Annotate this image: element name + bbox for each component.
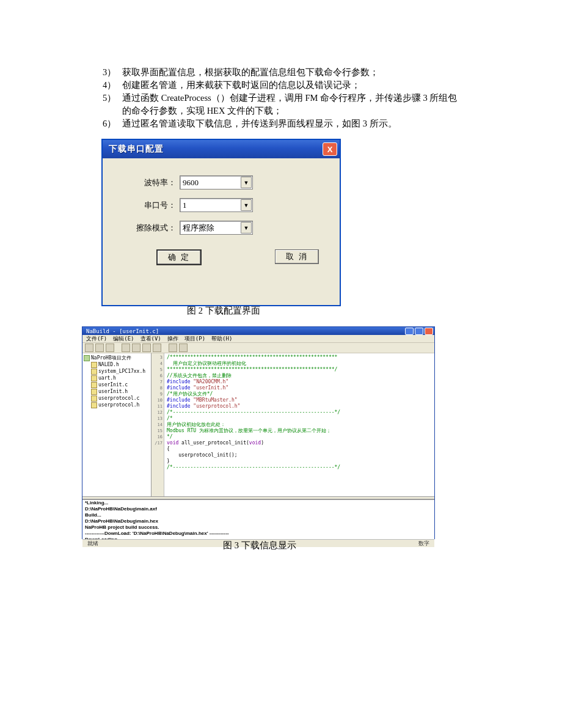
file-icon	[91, 395, 97, 402]
figure-2-caption: 图 2 下载配置界面	[187, 305, 260, 317]
tool-icon[interactable]	[179, 344, 188, 352]
tool-icon[interactable]	[142, 344, 151, 352]
step-text: 通过函数 CreateProcess（）创建子进程，调用 FM 命令行程序，并传…	[122, 92, 463, 117]
tree-file[interactable]: system_LPC17xx.h	[98, 369, 145, 374]
port-label: 串口号：	[123, 200, 180, 211]
tree-file[interactable]: userInit.h	[98, 389, 128, 394]
status-left: 就绪	[87, 540, 98, 548]
tool-icon[interactable]	[85, 344, 93, 352]
tool-icon[interactable]	[153, 344, 161, 352]
menu-file[interactable]: 文件(F)	[86, 335, 107, 343]
step-num: 6）	[103, 117, 122, 130]
file-icon	[91, 369, 97, 375]
chevron-down-icon: ▼	[241, 177, 252, 188]
line-gutter: 3 4 5 6 7 8 9 10 11 12 13 14 15 16 /17	[151, 353, 164, 496]
close-icon[interactable]	[425, 328, 433, 335]
file-icon	[91, 402, 97, 408]
menu-help[interactable]: 帮助(H)	[211, 335, 232, 343]
step-num: 3）	[103, 66, 122, 79]
figure-3-caption: 图 3 下载信息显示	[223, 540, 296, 551]
tree-file[interactable]: NALED.h	[98, 362, 119, 367]
maximize-icon[interactable]	[415, 328, 423, 335]
cancel-button[interactable]: 取 消	[275, 249, 319, 264]
status-right: 数字	[418, 540, 429, 548]
ide-window: NaBuild - [userInit.c] 文件(F) 编辑(E) 查看(V)…	[82, 326, 435, 539]
menu-action[interactable]: 操作	[167, 335, 178, 343]
chevron-down-icon: ▼	[241, 222, 252, 233]
project-tree[interactable]: NaProHB项目文件 NALED.h system_LPC17xx.h uar…	[82, 353, 151, 496]
tree-root[interactable]: NaProHB项目文件	[91, 355, 131, 361]
tree-file[interactable]: userprotocol.c	[98, 395, 139, 401]
file-icon	[91, 382, 97, 388]
file-icon	[91, 362, 97, 368]
menu-view[interactable]: 查看(V)	[140, 335, 161, 343]
dialog-title-text: 下载串口配置	[109, 144, 164, 155]
close-icon: X	[327, 145, 333, 153]
folder-icon	[84, 355, 90, 361]
erase-label: 擦除模式：	[123, 222, 180, 233]
tree-file[interactable]: uart.h	[98, 375, 116, 381]
baud-select[interactable]: 9600▼	[180, 175, 253, 189]
baud-label: 波特率：	[123, 177, 180, 188]
ide-menubar[interactable]: 文件(F) 编辑(E) 查看(V) 操作 项目(P) 帮助(H)	[82, 335, 434, 343]
step-num: 4）	[103, 79, 122, 92]
erase-select[interactable]: 程序擦除▼	[180, 221, 253, 235]
baud-value: 9600	[183, 178, 199, 188]
ide-toolbar[interactable]	[82, 343, 434, 353]
tree-file[interactable]: userprotocol.h	[98, 402, 139, 408]
tool-icon[interactable]	[106, 344, 114, 352]
menu-project[interactable]: 项目(P)	[184, 335, 205, 343]
ide-title-text: NaBuild - [userInit.c]	[86, 328, 159, 334]
port-select[interactable]: 1▼	[180, 198, 253, 212]
step-text: 创建匿名管道，用来截获下载时返回的信息以及错误记录；	[122, 79, 463, 92]
numbered-steps: 3）获取界面配置信息，根据获取的配置信息组包下载命令行参数； 4）创建匿名管道，…	[103, 66, 463, 130]
file-icon	[91, 389, 97, 395]
code-editor[interactable]: /***************************************…	[164, 353, 434, 496]
file-icon	[91, 375, 97, 381]
tree-file[interactable]: userInit.c	[98, 382, 128, 388]
step-text: 通过匿名管道读取下载信息，并传送到界面线程显示，如图 3 所示。	[122, 117, 463, 130]
step-num: 5）	[103, 92, 122, 117]
port-value: 1	[183, 200, 187, 210]
download-config-dialog: 下载串口配置 X 波特率： 9600▼ 串口号： 1▼ 擦除模式： 程序擦除▼ …	[101, 139, 341, 306]
dialog-titlebar[interactable]: 下载串口配置 X	[103, 140, 340, 158]
close-button[interactable]: X	[323, 142, 337, 156]
tool-icon[interactable]	[169, 344, 177, 352]
ok-button[interactable]: 确 定	[156, 249, 202, 265]
tool-icon[interactable]	[95, 344, 104, 352]
ide-titlebar[interactable]: NaBuild - [userInit.c]	[82, 327, 434, 335]
chevron-down-icon: ▼	[241, 199, 252, 211]
output-panel[interactable]: *Linking... D:\NaProHB\NaDebug\main.axf …	[82, 499, 434, 539]
tool-icon[interactable]	[132, 344, 140, 352]
step-text: 获取界面配置信息，根据获取的配置信息组包下载命令行参数；	[122, 66, 463, 79]
menu-edit[interactable]: 编辑(E)	[113, 335, 134, 343]
tool-icon[interactable]	[122, 344, 130, 352]
erase-value: 程序擦除	[183, 222, 214, 233]
minimize-icon[interactable]	[405, 328, 414, 335]
